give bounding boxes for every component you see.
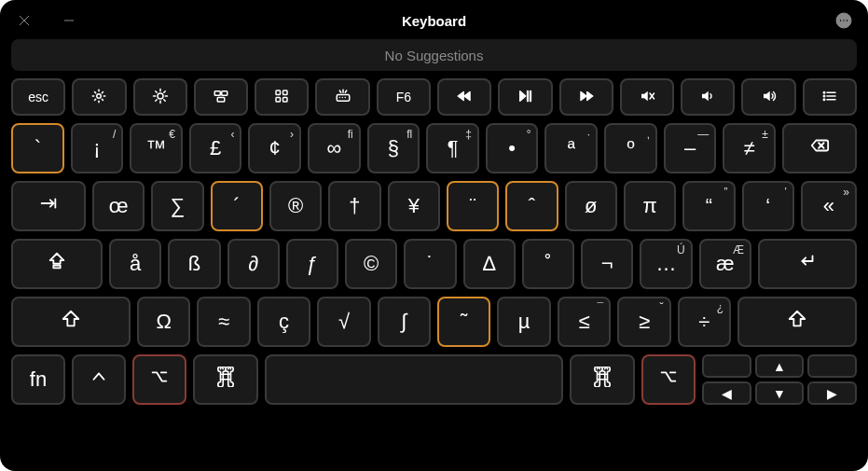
key-label: ¬ bbox=[601, 252, 613, 276]
arrow-up-key[interactable]: ▲ bbox=[755, 354, 805, 378]
key-partial[interactable]: ∂ bbox=[227, 239, 280, 289]
svg-marker-39 bbox=[458, 91, 463, 100]
key-option-left[interactable] bbox=[132, 354, 186, 405]
key-trademark[interactable]: ™€ bbox=[130, 123, 183, 173]
key-lsquo[interactable]: ‘’ bbox=[742, 181, 794, 231]
key-aring[interactable]: å bbox=[109, 239, 161, 289]
key-launchpad[interactable] bbox=[255, 78, 309, 116]
key-section[interactable]: §fl bbox=[367, 123, 420, 173]
key-sup-label: ± bbox=[762, 128, 768, 141]
key-ordmasc[interactable]: º‚ bbox=[604, 123, 657, 173]
key-keyboard-light[interactable] bbox=[315, 78, 369, 116]
key-oe[interactable]: œ bbox=[92, 181, 145, 231]
key-label: ∑ bbox=[171, 194, 186, 218]
key-sup-label: ¯ bbox=[598, 301, 604, 314]
key-acute[interactable]: ´ bbox=[211, 181, 263, 231]
key-label: œ bbox=[109, 194, 129, 218]
minimize-icon[interactable] bbox=[60, 11, 78, 30]
key-backtick[interactable]: ` bbox=[11, 123, 64, 173]
key-eszett[interactable]: ß bbox=[168, 239, 220, 289]
key-brightness-down[interactable] bbox=[72, 78, 126, 116]
key-ccedilla[interactable]: ç bbox=[257, 297, 310, 347]
key-ae[interactable]: æÆ bbox=[699, 239, 751, 289]
key-fhook[interactable]: ƒ bbox=[286, 239, 338, 289]
key-capslock[interactable] bbox=[11, 239, 103, 289]
key-sup-label: — bbox=[697, 128, 709, 141]
key-sigma[interactable]: ∑ bbox=[151, 181, 203, 231]
key-space[interactable] bbox=[265, 354, 563, 405]
key-command-right[interactable] bbox=[570, 354, 635, 405]
key-brightness-up[interactable] bbox=[133, 78, 187, 116]
key-pilcrow[interactable]: ¶‡ bbox=[426, 123, 479, 173]
key-approx[interactable]: ≈ bbox=[197, 297, 250, 347]
key-shift-left[interactable] bbox=[11, 297, 131, 347]
key-list[interactable] bbox=[803, 78, 857, 116]
svg-rect-28 bbox=[276, 90, 281, 95]
key-play-pause[interactable] bbox=[498, 78, 552, 116]
key-volume-down[interactable] bbox=[681, 78, 735, 116]
key-volume-up[interactable] bbox=[741, 78, 795, 116]
key-fast-forward[interactable] bbox=[559, 78, 613, 116]
key-rewind[interactable] bbox=[437, 78, 491, 116]
arrow-left-key[interactable]: ◀ bbox=[702, 381, 751, 405]
key-omega[interactable]: Ω bbox=[137, 297, 190, 347]
svg-marker-64 bbox=[790, 312, 806, 326]
key-mission-control[interactable] bbox=[194, 78, 248, 116]
key-endash[interactable]: –— bbox=[664, 123, 717, 173]
key-shift-right[interactable] bbox=[737, 297, 857, 347]
key-backspace[interactable] bbox=[782, 123, 857, 173]
key-radical[interactable]: √ bbox=[317, 297, 370, 347]
key-f6[interactable]: F6 bbox=[377, 78, 431, 116]
arrow-right-key[interactable]: ▶ bbox=[807, 381, 857, 405]
key-label: • bbox=[508, 136, 516, 160]
key-label: © bbox=[364, 252, 379, 276]
svg-point-55 bbox=[823, 95, 825, 97]
key-esc[interactable]: esc bbox=[11, 78, 65, 116]
key-yen[interactable]: ¥ bbox=[388, 181, 440, 231]
key-tilde[interactable]: ˜ bbox=[437, 297, 490, 347]
key-exclaim-inv[interactable]: ¡/ bbox=[71, 123, 124, 173]
key-label: ‘ bbox=[765, 194, 770, 218]
key-diaeresis[interactable]: ¨ bbox=[447, 181, 499, 231]
key-delta[interactable]: ∆ bbox=[463, 239, 516, 289]
key-oslash[interactable]: ø bbox=[565, 181, 617, 231]
key-command-left[interactable] bbox=[193, 354, 258, 405]
key-guillemet[interactable]: «» bbox=[801, 181, 857, 231]
key-ordfem[interactable]: ª· bbox=[544, 123, 598, 173]
key-not[interactable]: ¬ bbox=[581, 239, 633, 289]
key-circumflex[interactable]: ˆ bbox=[505, 181, 558, 231]
svg-marker-49 bbox=[702, 90, 709, 101]
key-control[interactable] bbox=[72, 354, 126, 405]
key-bullet[interactable]: •° bbox=[486, 123, 539, 173]
key-integral[interactable]: ∫ bbox=[378, 297, 431, 347]
key-fn[interactable]: fn bbox=[11, 354, 65, 405]
key-infinity[interactable]: ∞fi bbox=[308, 123, 361, 173]
key-abovedot[interactable]: ˙ bbox=[404, 239, 456, 289]
arrow-down-key[interactable]: ▼ bbox=[755, 381, 805, 405]
key-ring[interactable]: ˚ bbox=[522, 239, 574, 289]
more-icon[interactable] bbox=[834, 11, 853, 30]
key-notequal[interactable]: ≠± bbox=[723, 123, 776, 173]
key-option-right[interactable] bbox=[641, 354, 696, 405]
key-return[interactable] bbox=[758, 239, 857, 289]
key-divide[interactable]: ÷¿ bbox=[678, 297, 731, 347]
key-copyright[interactable]: © bbox=[345, 239, 397, 289]
key-ellipsis[interactable]: …Ú bbox=[640, 239, 692, 289]
key-label: ˙ bbox=[427, 252, 434, 276]
svg-line-13 bbox=[103, 99, 103, 100]
key-ldquo[interactable]: “” bbox=[682, 181, 735, 231]
close-icon[interactable] bbox=[15, 11, 34, 30]
backspace-icon bbox=[809, 135, 830, 161]
key-greaterequal[interactable]: ≥˘ bbox=[617, 297, 670, 347]
key-pound[interactable]: £‹ bbox=[189, 123, 242, 173]
key-pi[interactable]: π bbox=[624, 181, 676, 231]
key-tab[interactable] bbox=[11, 181, 86, 231]
key-registered[interactable]: ® bbox=[269, 181, 322, 231]
key-lessequal[interactable]: ≤¯ bbox=[558, 297, 611, 347]
key-dagger[interactable]: † bbox=[328, 181, 380, 231]
key-mute[interactable] bbox=[620, 78, 674, 116]
arrow-cluster: ▲ ◀ ▼ ▶ bbox=[702, 354, 857, 405]
key-mu[interactable]: µ bbox=[497, 297, 550, 347]
svg-line-24 bbox=[163, 90, 165, 92]
key-cent[interactable]: ¢› bbox=[248, 123, 301, 173]
